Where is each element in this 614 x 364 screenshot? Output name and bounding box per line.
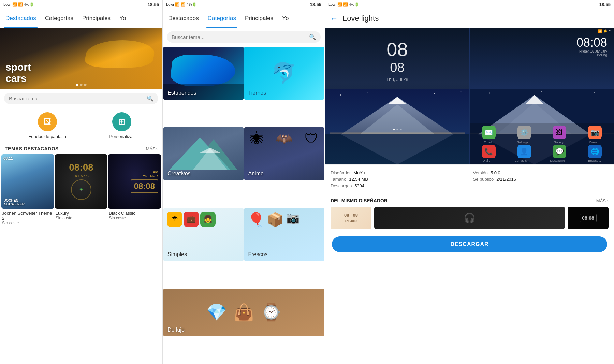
meta-designer: Diseñador MuYu [331, 170, 466, 175]
designer-thumb-3[interactable]: 08:08 [568, 207, 609, 229]
clock-display-1: 08 08 Thu, Jul 28 [325, 40, 469, 82]
back-button[interactable]: ← [330, 14, 338, 23]
theme-card-black[interactable]: AMThu, Mar 3 08:08 Black Classic Sin cos… [108, 154, 161, 225]
battery-1: 4%🔋 [24, 2, 34, 7]
category-estupendos[interactable]: Estupendos [163, 47, 244, 100]
theme-thumb-jochen: JOCHENSCHWEIZER 08:11 [1, 154, 54, 209]
category-frescos[interactable]: 🎈 📦 📷 Frescos [244, 208, 324, 261]
meta-downloads: Descargas 5394 [331, 183, 466, 188]
theme-price-jochen: Sin coste [1, 221, 54, 225]
category-simples[interactable]: ☂ 💼 👧 Simples [163, 208, 244, 261]
time-1: 18:55 [148, 2, 159, 7]
tab-categorias-2[interactable]: Categorías [206, 9, 237, 28]
frescos-label: Frescos [248, 251, 268, 258]
personalize-symbol: ⊞ [118, 117, 125, 127]
theme-card-jochen[interactable]: JOCHENSCHWEIZER 08:11 Jochen Schweiter T… [1, 154, 54, 225]
tab-yo-1[interactable]: Yo [118, 9, 127, 28]
nav-tabs-1: Destacados Categorías Principales Yo [0, 9, 162, 28]
settings-icon: ⚙️ [517, 126, 531, 139]
svg-point-12 [367, 92, 367, 93]
designer-thumb-2[interactable]: 🎧 [374, 207, 565, 229]
search-bar-1[interactable]: 🔍 [4, 93, 158, 104]
app-icons-container: ✉️ ⚙️ 🖼 📷 Email Settings Gallery Came...… [470, 123, 614, 164]
tab-yo-2[interactable]: Yo [281, 9, 290, 28]
clock-date-2: Friday, 16 January [576, 49, 607, 53]
p-dot-1 [393, 129, 395, 130]
category-anime[interactable]: 🕷 🦇 🛡 Anime [244, 127, 324, 180]
tab-principales-1[interactable]: Principales [81, 9, 112, 28]
tab-categorias-1[interactable]: Categorías [44, 9, 75, 28]
theme-name-black: Black Classic [108, 210, 161, 216]
status-bar-1: Lowi 📶 📶 4%🔋 18:55 [0, 0, 162, 9]
same-designer-more[interactable]: MÁS › [596, 198, 609, 203]
personalize-button[interactable]: ⊞ Personalizar [109, 112, 134, 139]
designer-thumb-1[interactable]: 08 08Fri, Jul 8 [331, 207, 371, 229]
panel-destacados: Lowi 📶 📶 4%🔋 18:55 Destacados Categorías… [0, 0, 162, 364]
tab-principales-2[interactable]: Principales [244, 9, 275, 28]
simples-bg: ☂ 💼 👧 [167, 212, 240, 227]
chevron-right-icon-3: › [607, 198, 609, 203]
headphone-symbol: 🎧 [464, 212, 476, 223]
theme-thumb-luxury: 08:08 Thu, Mar 2 🦚 [55, 154, 108, 209]
nav-tabs-2: Destacados Categorías Principales Yo [163, 9, 325, 28]
meta-published: Se publicó 2/11/2016 [473, 177, 609, 182]
theme-price-black: Sin coste [108, 216, 161, 220]
detail-title: Love lights [343, 14, 379, 23]
browser-icon: 🌐 [588, 145, 602, 158]
download-button[interactable]: DESCARGAR [332, 236, 607, 252]
jochen-time: 08:11 [3, 156, 13, 160]
simples-label: Simples [167, 251, 187, 258]
wallpapers-icon: 🖼 [38, 112, 57, 131]
featured-more-button[interactable]: MÁS › [146, 146, 158, 151]
panel-categorias: Lowi 📶 📶 4%🔋 18:55 Destacados Categorías… [162, 0, 325, 364]
status-bar-2: Lowi 📶 📶 4%🔋 18:55 [163, 0, 325, 9]
tiernos-label: Tiernos [248, 90, 266, 96]
search-input-2[interactable] [172, 34, 306, 40]
wifi-icon-1: 📶 [12, 2, 17, 7]
luxury-peacock: 🦚 [71, 179, 91, 200]
signal-icon-1: 📶 [18, 2, 23, 7]
search-input-1[interactable] [9, 96, 144, 101]
messaging-icon: 💬 [553, 145, 566, 158]
wallpapers-button[interactable]: 🖼 Fondos de pantalla [28, 112, 66, 139]
email-icon: ✉️ [482, 126, 496, 139]
theme-card-luxury[interactable]: 08:08 Thu, Mar 2 🦚 Luxury Sin coste [55, 154, 108, 225]
category-delujo[interactable]: 💎 👜 ⌚ De lujo [163, 289, 324, 336]
category-grid: Estupendos 🐬 Tiernos Creativos 🕷 [163, 46, 325, 364]
clock-location-2: Beijing [576, 53, 607, 57]
panel-love-lights: Lowi 📶 📶 4%🔋 18:55 ← Love lights [325, 0, 614, 364]
anime-bg: 🕷 🦇 🛡 [244, 131, 324, 147]
search-icon-2: 🔍 [309, 34, 316, 40]
tab-destacados-1[interactable]: Destacados [4, 9, 38, 28]
thumb-bg-black: AMThu, Mar 3 08:08 [108, 154, 161, 209]
frescos-bg: 🎈 📦 📷 [248, 212, 321, 228]
time-3: 18:55 [599, 2, 611, 7]
svg-point-14 [460, 91, 461, 91]
same-designer-header: DEL MISMO DISEÑADOR MÁS › [331, 198, 609, 203]
mountain-bg-svg [325, 89, 469, 164]
hero-banner-1: sport cars [0, 28, 162, 89]
published-key: Se publicó [473, 177, 494, 182]
category-creativos[interactable]: Creativos [163, 127, 244, 180]
theme-name-luxury: Luxury [55, 210, 108, 216]
app-icons-row-2: 📞 👤 💬 🌐 [471, 145, 613, 158]
hero-dot-2 [80, 84, 83, 86]
gallery-icon: 🖼 [553, 126, 566, 139]
creativos-label: Creativos [167, 171, 191, 177]
preview-screen-1: 08 08 Thu, Jul 28 [325, 28, 469, 164]
status-icons-left-3: Lowi 📶 📶 4%🔋 [328, 2, 359, 7]
wallpapers-symbol: 🖼 [43, 117, 52, 127]
svg-rect-10 [330, 133, 465, 134]
preview-dots-1 [393, 129, 401, 130]
tab-destacados-2[interactable]: Destacados [167, 9, 200, 28]
featured-section-header: TEMAS DESTACADOS MÁS › [0, 142, 162, 154]
version-val: 5.0.0 [491, 170, 500, 175]
search-bar-2[interactable]: 🔍 [167, 31, 321, 43]
category-tiernos[interactable]: 🐬 Tiernos [244, 47, 324, 100]
designer-val: MuYu [353, 170, 365, 175]
hero-dots [76, 84, 87, 86]
designer-key: Diseñador [331, 170, 351, 175]
jochen-label: JOCHENSCHWEIZER [4, 199, 25, 206]
dialler-icon: 📞 [482, 145, 496, 158]
published-val: 2/11/2016 [496, 177, 516, 182]
